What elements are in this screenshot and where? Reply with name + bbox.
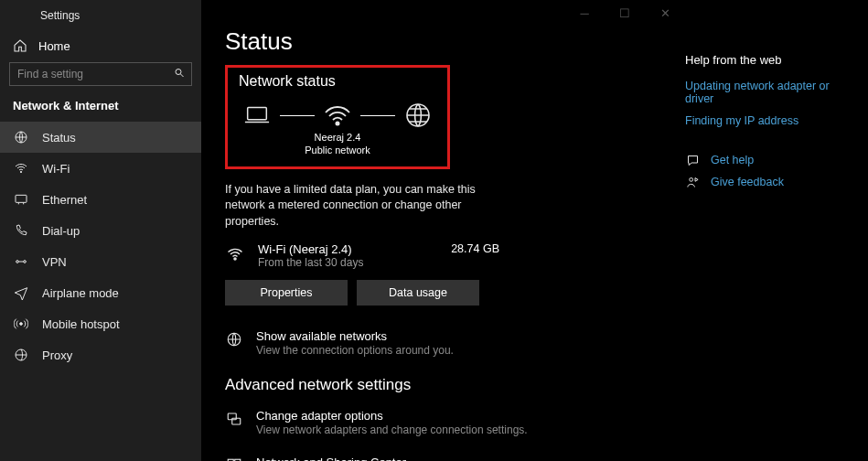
sidebar-item-status[interactable]: Status — [0, 122, 201, 153]
home-label: Home — [38, 39, 70, 53]
get-help-label: Get help — [711, 154, 754, 166]
minimize-button[interactable]: ─ — [564, 0, 605, 26]
help-panel: Help from the web Updating network adapt… — [685, 0, 868, 461]
help-link-adapter[interactable]: Updating network adapter or driver — [685, 80, 855, 105]
sidebar-item-dialup[interactable]: Dial-up — [0, 215, 201, 246]
ethernet-icon — [13, 192, 29, 207]
search-icon — [174, 68, 185, 81]
help-heading: Help from the web — [685, 53, 855, 67]
svg-point-6 — [24, 261, 27, 263]
sidebar-item-label: Status — [42, 131, 76, 145]
page-title: Status — [225, 27, 663, 56]
maximize-button[interactable]: ☐ — [605, 0, 645, 26]
svg-point-3 — [20, 171, 21, 172]
home-icon — [13, 38, 27, 53]
help-link-ip[interactable]: Finding my IP address — [685, 114, 855, 127]
sidebar-item-label: Airplane mode — [42, 286, 119, 300]
svg-point-10 — [336, 122, 338, 124]
laptop-icon — [241, 102, 273, 128]
sidebar-item-wifi[interactable]: Wi-Fi — [0, 153, 201, 184]
sidebar-item-label: Ethernet — [42, 193, 87, 207]
home-nav[interactable]: Home — [0, 33, 201, 62]
properties-button[interactable]: Properties — [225, 280, 348, 306]
svg-point-5 — [16, 261, 19, 263]
window-controls: ─ ☐ ✕ — [564, 0, 685, 26]
airplane-icon — [13, 285, 29, 300]
wifi-large-icon — [322, 102, 353, 128]
sidebar-item-ethernet[interactable]: Ethernet — [0, 184, 201, 215]
sidebar-section-label: Network & Internet — [0, 99, 201, 122]
show-networks-link[interactable]: Show available networks View the connect… — [225, 329, 663, 358]
wifi-icon — [225, 244, 245, 264]
search-input[interactable] — [9, 62, 192, 86]
feedback-icon — [685, 175, 700, 189]
change-adapter-link[interactable]: Change adapter options View network adap… — [225, 409, 663, 437]
diagram-ssid: Neeraj 2.4 — [239, 132, 436, 145]
network-status-heading: Network status — [239, 73, 436, 90]
svg-rect-9 — [248, 108, 267, 120]
help-bubble-icon — [685, 153, 700, 167]
diagram-caption: Neeraj 2.4 Public network — [239, 132, 436, 157]
main-content: ─ ☐ ✕ Status Network status Neeraj 2.4 P… — [201, 0, 685, 461]
sidebar-item-hotspot[interactable]: Mobile hotspot — [0, 308, 201, 339]
svg-point-7 — [20, 323, 23, 326]
globe-small-icon — [225, 330, 243, 348]
vpn-icon — [13, 254, 29, 269]
sidebar-item-label: Mobile hotspot — [42, 317, 120, 331]
search-wrap — [9, 62, 192, 86]
diagram-line — [280, 115, 315, 116]
svg-line-1 — [181, 74, 184, 77]
adapter-sub: View network adapters and change connect… — [256, 423, 528, 437]
dialup-icon — [13, 223, 29, 238]
sharing-icon — [225, 456, 243, 461]
close-button[interactable]: ✕ — [645, 0, 685, 26]
connection-buttons: Properties Data usage — [225, 280, 663, 306]
sidebar-item-label: Wi-Fi — [42, 162, 70, 176]
hotspot-icon — [13, 316, 29, 331]
connection-summary: Wi-Fi (Neeraj 2.4) From the last 30 days… — [225, 242, 499, 269]
connection-name: Wi-Fi (Neeraj 2.4) — [258, 242, 438, 256]
connection-sub: From the last 30 days — [258, 256, 438, 269]
sidebar-item-label: Dial-up — [42, 224, 80, 238]
status-icon — [13, 130, 29, 145]
sharing-center-link[interactable]: Network and Sharing Center For the netwo… — [225, 456, 663, 461]
show-networks-sub: View the connection options around you. — [256, 343, 454, 358]
get-help-link[interactable]: Get help — [685, 153, 855, 167]
sharing-title: Network and Sharing Center — [256, 456, 570, 461]
sidebar-item-airplane[interactable]: Airplane mode — [0, 277, 201, 308]
globe-icon — [402, 102, 434, 128]
svg-point-12 — [234, 258, 236, 260]
sidebar: Settings Home Network & Internet Status … — [0, 0, 201, 461]
svg-point-0 — [176, 70, 181, 75]
status-description: If you have a limited data plan, you can… — [225, 182, 499, 230]
svg-rect-4 — [16, 195, 27, 202]
sidebar-item-proxy[interactable]: Proxy — [0, 339, 201, 370]
adapter-title: Change adapter options — [256, 409, 528, 423]
data-usage-button[interactable]: Data usage — [357, 280, 479, 306]
give-feedback-link[interactable]: Give feedback — [685, 175, 855, 189]
show-networks-title: Show available networks — [256, 329, 454, 343]
sidebar-item-vpn[interactable]: VPN — [0, 246, 201, 277]
svg-point-19 — [689, 177, 692, 181]
diagram-network-type: Public network — [239, 145, 436, 157]
sidebar-nav: Status Wi-Fi Ethernet Dial-up VPN — [0, 122, 201, 370]
feedback-label: Give feedback — [711, 176, 784, 188]
adapter-icon — [225, 410, 243, 428]
app-title: Settings — [0, 5, 201, 33]
diagram-line — [360, 115, 395, 116]
proxy-icon — [13, 348, 29, 362]
network-diagram — [239, 102, 436, 128]
wifi-icon — [13, 161, 29, 176]
sidebar-item-label: VPN — [42, 255, 67, 269]
advanced-heading: Advanced network settings — [225, 376, 663, 394]
network-status-highlight: Network status Neeraj 2.4 Public network — [225, 65, 450, 169]
sidebar-item-label: Proxy — [42, 348, 72, 362]
connection-usage: 28.74 GB — [451, 242, 499, 255]
